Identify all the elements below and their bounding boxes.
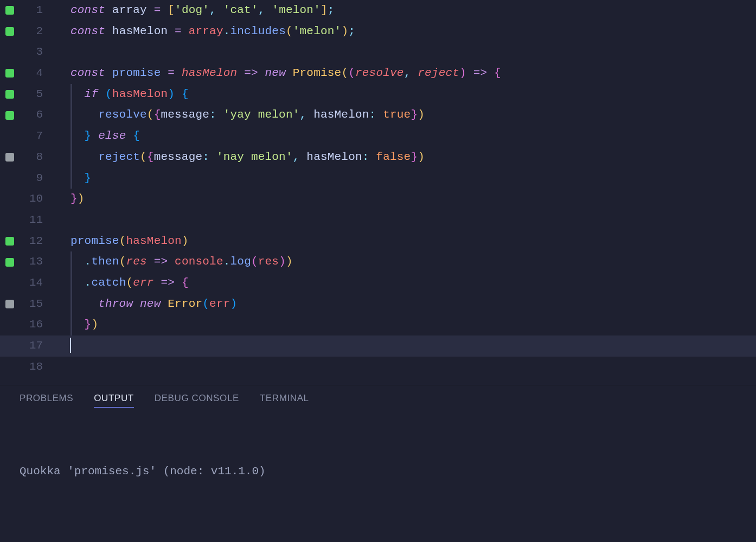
code-text[interactable]: .then(res => console.log(res))	[46, 251, 293, 273]
line-number: 10	[19, 189, 46, 210]
coverage-hit-icon	[5, 6, 14, 15]
gutter-marker	[0, 153, 19, 162]
code-line[interactable]: 8 reject({message: 'nay melon', hasMelon…	[0, 147, 756, 168]
gutter-marker	[0, 90, 19, 99]
code-line[interactable]: 4const promise = hasMelon => new Promise…	[0, 63, 756, 84]
code-line[interactable]: 17	[0, 335, 756, 357]
text-cursor	[70, 338, 71, 353]
line-number: 8	[19, 147, 46, 168]
coverage-miss-icon	[5, 300, 14, 308]
line-number: 7	[19, 126, 46, 147]
gutter-marker	[0, 237, 19, 246]
code-line[interactable]: 2const hasMelon = array.includes('melon'…	[0, 21, 756, 42]
output-content: Quokka 'promises.js' (node: v11.1.0) { m…	[0, 413, 756, 542]
gutter-marker	[0, 300, 19, 308]
gutter-marker	[0, 6, 19, 15]
code-line[interactable]: 7 } else {	[0, 126, 756, 147]
code-line[interactable]: 5 if (hasMelon) {	[0, 84, 756, 105]
tab-output[interactable]: OUTPUT	[94, 393, 133, 408]
coverage-miss-icon	[5, 153, 14, 162]
gutter-marker	[0, 27, 19, 36]
code-text[interactable]: } else {	[46, 126, 140, 147]
code-text[interactable]: .catch(err => {	[46, 273, 189, 294]
tab-problems[interactable]: PROBLEMS	[20, 393, 73, 408]
code-text[interactable]: const array = ['dog', 'cat', 'melon'];	[46, 0, 335, 21]
line-number: 2	[19, 21, 46, 42]
line-number: 15	[19, 294, 46, 315]
code-text[interactable]: const hasMelon = array.includes('melon')…	[46, 21, 355, 42]
code-line[interactable]: 14 .catch(err => {	[0, 273, 756, 294]
line-number: 13	[19, 251, 46, 273]
line-number: 16	[19, 314, 46, 335]
code-line[interactable]: 13 .then(res => console.log(res))	[0, 251, 756, 273]
tab-debug[interactable]: DEBUG CONSOLE	[155, 393, 239, 408]
line-number: 12	[19, 231, 46, 252]
code-line[interactable]: 12promise(hasMelon)	[0, 231, 756, 252]
line-number: 17	[19, 335, 46, 357]
code-text[interactable]	[46, 335, 71, 357]
tab-terminal[interactable]: TERMINAL	[260, 393, 309, 408]
code-text[interactable]: })	[46, 314, 98, 335]
code-text[interactable]: }	[46, 168, 91, 189]
coverage-hit-icon	[5, 237, 14, 246]
coverage-hit-icon	[5, 258, 14, 267]
gutter-marker	[0, 69, 19, 78]
code-line[interactable]: 6 resolve({message: 'yay melon', hasMelo…	[0, 105, 756, 126]
code-line[interactable]: 15 throw new Error(err)	[0, 294, 756, 315]
panel-tabs: PROBLEMSOUTPUTDEBUG CONSOLETERMINAL	[0, 385, 756, 413]
code-text[interactable]: const promise = hasMelon => new Promise(…	[46, 63, 501, 84]
line-number: 5	[19, 84, 46, 105]
line-number: 18	[19, 357, 46, 378]
code-text[interactable]: })	[46, 189, 85, 210]
line-number: 1	[19, 0, 46, 21]
gutter-marker	[0, 111, 19, 120]
line-number: 4	[19, 63, 46, 84]
code-line[interactable]: 10})	[0, 189, 756, 210]
code-text[interactable]: reject({message: 'nay melon', hasMelon: …	[46, 147, 425, 168]
coverage-hit-icon	[5, 69, 14, 78]
code-text[interactable]: if (hasMelon) {	[46, 84, 189, 105]
coverage-hit-icon	[5, 90, 14, 99]
output-header: Quokka 'promises.js' (node: v11.1.0)	[20, 461, 736, 482]
line-number: 6	[19, 105, 46, 126]
code-line[interactable]: 11	[0, 210, 756, 231]
gutter-marker	[0, 258, 19, 267]
code-line[interactable]: 18	[0, 357, 756, 378]
code-text[interactable]: throw new Error(err)	[46, 294, 237, 315]
line-number: 14	[19, 273, 46, 294]
coverage-hit-icon	[5, 111, 14, 120]
line-number: 3	[19, 42, 46, 63]
code-line[interactable]: 1const array = ['dog', 'cat', 'melon'];	[0, 0, 756, 21]
coverage-hit-icon	[5, 27, 14, 36]
line-number: 9	[19, 168, 46, 189]
code-line[interactable]: 9 }	[0, 168, 756, 189]
code-editor[interactable]: 1const array = ['dog', 'cat', 'melon'];2…	[0, 0, 756, 385]
code-text[interactable]: promise(hasMelon)	[46, 231, 189, 252]
code-text[interactable]: resolve({message: 'yay melon', hasMelon:…	[46, 105, 425, 126]
line-number: 11	[19, 210, 46, 231]
code-line[interactable]: 3	[0, 42, 756, 63]
bottom-panel: PROBLEMSOUTPUTDEBUG CONSOLETERMINAL Quok…	[0, 385, 756, 542]
code-line[interactable]: 16 })	[0, 314, 756, 335]
